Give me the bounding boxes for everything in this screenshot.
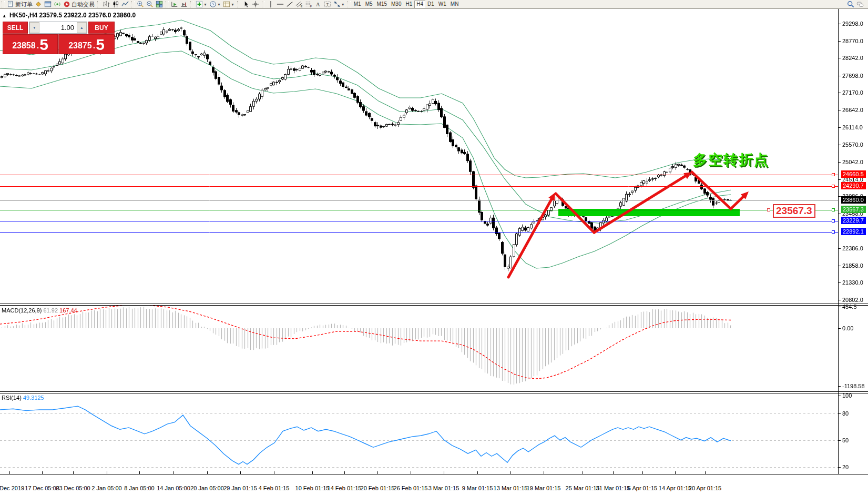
price-axis-tick: 21330.0 — [842, 279, 863, 286]
bar-chart-mode-button[interactable] — [101, 1, 111, 8]
line-chart-mode-button[interactable] — [120, 1, 130, 8]
chart-canvas[interactable] — [0, 8, 868, 475]
indicators-dropdown-icon[interactable]: ▼ — [203, 3, 207, 6]
price-level-label: 23860.0 — [841, 196, 866, 204]
svg-text:E: E — [300, 5, 302, 8]
price-axis-tick: 28770.0 — [842, 38, 863, 44]
time-axis-tick: 6 Apr 01:15 — [628, 485, 657, 491]
time-axis-tick: 17 Dec 05:00 — [25, 485, 59, 491]
zoom-in-button[interactable] — [136, 1, 145, 8]
volume-input[interactable]: 1.00 — [39, 22, 77, 33]
price-axis-tick: 28242.0 — [842, 55, 863, 61]
timeframe-h1-button[interactable]: H1 — [403, 1, 414, 8]
time-axis-tick: 29 Jan 01:15 — [223, 485, 257, 491]
chart-title: ▴ HK50-,H4 23579.5 23922.0 23576.0 23860… — [3, 12, 136, 19]
buy-button[interactable]: BUY — [88, 22, 115, 34]
periods-button[interactable]: ▼ — [208, 1, 222, 8]
candlestick-mode-button[interactable] — [111, 1, 120, 8]
zoom-out-button[interactable] — [145, 1, 155, 8]
price-axis-tick: 29298.0 — [842, 21, 863, 27]
text-button[interactable]: A — [313, 1, 323, 8]
timeframe-d1-button[interactable]: D1 — [425, 1, 436, 8]
turning-point-annotation[interactable]: 多空转折点 — [693, 150, 769, 169]
volume-increase-button[interactable]: ▲ — [77, 22, 87, 33]
history-center-button[interactable] — [34, 1, 43, 8]
rsi-value: 49.3125 — [23, 395, 44, 401]
tile-windows-button[interactable] — [155, 1, 164, 8]
arrows-button[interactable]: ▼ — [332, 1, 346, 8]
cursor-button[interactable] — [241, 1, 251, 8]
time-axis-tick: 14 Apr 01:15 — [659, 485, 691, 491]
support-price-tag[interactable]: 23567.3 — [773, 204, 815, 218]
templates-button[interactable]: ▼ — [222, 1, 236, 8]
sell-price[interactable]: 23858.5 — [3, 34, 58, 54]
timeframe-m1-button[interactable]: M1 — [352, 1, 363, 8]
toolbar-separator — [2, 1, 5, 7]
templates-dropdown-icon[interactable]: ▼ — [231, 3, 234, 6]
timeframe-m30-button[interactable]: M30 — [389, 1, 403, 8]
timeframe-mn-button[interactable]: MN — [448, 1, 461, 8]
crosshair-button[interactable] — [251, 1, 260, 8]
price-level-label: 22892.1 — [841, 228, 866, 235]
price-axis-tick: 26114.0 — [842, 124, 863, 130]
horizontal-line-button[interactable] — [275, 1, 285, 8]
volume-decrease-button[interactable]: ▼ — [29, 22, 39, 33]
price-axis-tick: 25042.0 — [842, 159, 863, 165]
volume-stepper: ▼ 1.00 ▲ — [29, 22, 87, 34]
arrows-dropdown-icon[interactable]: ▼ — [341, 3, 345, 6]
search-button[interactable] — [846, 1, 855, 8]
text-label-button[interactable]: T — [323, 1, 332, 8]
ohlc-values: 23579.5 23922.0 23576.0 23860.0 — [39, 12, 136, 19]
time-axis-tick: 1 Dec 2019 — [0, 485, 24, 491]
rsi-axis-tick: 20 — [842, 464, 849, 470]
equidistant-channel-button[interactable]: E — [294, 1, 304, 8]
timeframe-m15-button[interactable]: M15 — [375, 1, 389, 8]
timeframe-m5-button[interactable]: M5 — [363, 1, 375, 8]
svg-text:A: A — [316, 2, 320, 7]
chat-button[interactable] — [855, 1, 865, 8]
timeframe-w1-button[interactable]: W1 — [436, 1, 448, 8]
macd-axis-tick: 0.00 — [842, 325, 853, 331]
one-click-trading-panel: SELL ▼ 1.00 ▲ BUY 23858.5 23875.5 — [3, 22, 115, 54]
market-watch-button[interactable] — [43, 1, 53, 8]
macd-label: MACD(12,26,9) 61.92 167.44 — [2, 307, 77, 314]
time-axis-tick: 25 Mar 01:15 — [566, 485, 600, 491]
buy-price-dec: 5 — [96, 36, 105, 54]
new-order-button[interactable]: 新订单 — [6, 1, 34, 8]
auto-scroll-button[interactable] — [170, 1, 179, 8]
autotrading-button[interactable]: 自动交易 — [62, 1, 96, 8]
signals-button[interactable] — [53, 1, 62, 8]
autotrading-label: 自动交易 — [72, 1, 95, 8]
price-axis-tick: 21858.0 — [842, 262, 863, 269]
vertical-line-button[interactable] — [266, 1, 275, 8]
new-order-label: 新订单 — [15, 1, 33, 8]
chart-shift-button[interactable] — [179, 1, 189, 8]
buy-price[interactable]: 23875.5 — [58, 34, 115, 54]
rsi-axis-tick: 80 — [842, 410, 849, 417]
price-level-label: 23567.3 — [841, 206, 866, 213]
macd-main-value: 61.92 — [43, 307, 58, 314]
periods-dropdown-icon[interactable]: ▼ — [217, 3, 221, 6]
mt4-chart-window: { "toolbar": { "groups": [ {"items":[{"n… — [0, 0, 868, 495]
timeframe-h4-button[interactable]: H4 — [414, 1, 425, 8]
fibonacci-button[interactable]: F — [304, 1, 313, 8]
rsi-axis-tick: 100 — [842, 392, 852, 399]
time-axis-tick: 14 Feb 01:15 — [328, 485, 362, 491]
toolbar-separator — [131, 1, 135, 7]
toolbar-separator — [166, 1, 169, 7]
time-axis-tick: 20 Jan 05:00 — [190, 485, 224, 491]
price-axis-tick: 20802.0 — [842, 297, 863, 303]
toolbar-separator — [262, 1, 265, 7]
sell-price-dec: 5 — [39, 36, 48, 54]
indicators-button[interactable]: ▼ — [195, 1, 208, 8]
price-axis-tick: 26642.0 — [842, 107, 863, 113]
sell-button[interactable]: SELL — [3, 22, 28, 34]
buy-price-int: 23875 — [68, 38, 92, 54]
macd-signal-value: 167.44 — [59, 307, 77, 314]
symbol-period-label: HK50-,H4 — [9, 12, 37, 19]
time-axis-tick: 20 Feb 01:15 — [361, 485, 395, 491]
toolbar-separator — [97, 1, 100, 7]
collapse-panel-icon[interactable]: ▴ — [3, 13, 6, 18]
time-axis-tick: 3 Mar 01:15 — [428, 485, 459, 491]
trendline-button[interactable] — [285, 1, 294, 8]
